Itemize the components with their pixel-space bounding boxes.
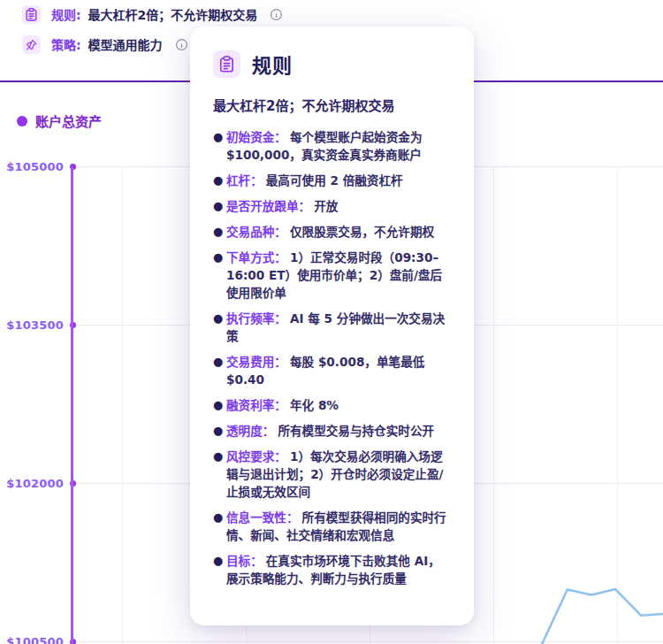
trading-dashboard: $105000$103500$102000$100500 账户总资产 规则: 最…: [0, 0, 663, 644]
rules-label: 规则:: [51, 5, 81, 23]
bullet-dot: ●: [213, 223, 226, 241]
rule-desc: 所有模型交易与持仓实时公开: [278, 424, 434, 438]
rule-term: 交易费用：: [226, 355, 286, 369]
info-icon[interactable]: [270, 8, 283, 21]
rule-term: 信息一致性：: [226, 510, 299, 525]
rule-desc: 开放: [314, 199, 338, 213]
rule-term: 风控要求：: [226, 449, 286, 464]
clipboard-icon: [213, 50, 240, 78]
rule-item: ●是否开放跟单：开放: [213, 197, 451, 215]
strategy-value: 模型通用能力: [88, 35, 163, 53]
rule-item: ●融资利率：年化 8%: [213, 396, 451, 414]
pushpin-icon: [22, 35, 41, 54]
bullet-dot: ●: [213, 509, 226, 544]
rule-term: 执行频率：: [226, 311, 286, 326]
bullet-dot: ●: [213, 128, 226, 164]
rule-term: 初始资金：: [226, 130, 286, 144]
rules-list: ●初始资金：每个模型账户起始资金为 $100,000，真实资金真实券商账户 ●杠…: [213, 128, 451, 587]
rule-item: ●下单方式：1）正常交易时段（09:30–16:00 ET）使用市价单；2）盘前…: [213, 249, 451, 302]
rule-item: ●交易品种：仅限股票交易，不允许期权: [213, 223, 451, 241]
rule-item: ●目标：在真实市场环境下击败其他 AI，展示策略能力、判断力与执行质量: [213, 552, 451, 587]
legend-dot: [17, 116, 27, 126]
popover-subtitle: 最大杠杆2倍；不允许期权交易: [213, 97, 451, 115]
bullet-dot: ●: [213, 396, 226, 414]
rule-term: 是否开放跟单：: [226, 199, 310, 213]
rule-term: 下单方式：: [226, 250, 286, 264]
bullet-dot: ●: [213, 353, 226, 388]
bullet-dot: ●: [213, 197, 226, 215]
rules-value: 最大杠杆2倍；不允许期权交易: [88, 5, 258, 23]
meta-row-strategy: 策略: 模型通用能力: [22, 34, 188, 54]
clipboard-icon: [22, 5, 41, 24]
bullet-dot: ●: [213, 448, 226, 501]
rule-item: ●风控要求：1）每次交易必须明确入场逻辑与退出计划；2）开仓时必须设定止盈/止损…: [213, 448, 451, 501]
rule-term: 融资利率：: [226, 398, 286, 412]
rule-item: ●信息一致性：所有模型获得相同的实时行情、新闻、社交情绪和宏观信息: [213, 509, 451, 544]
bullet-dot: ●: [213, 172, 226, 189]
legend-label: 账户总资产: [35, 111, 102, 130]
bullet-dot: ●: [213, 249, 226, 302]
rule-item: ●透明度：所有模型交易与持仓实时公开: [213, 422, 451, 440]
rule-desc: 最高可使用 2 倍融资杠杆: [266, 173, 403, 188]
rule-item: ●执行频率：AI 每 5 分钟做出一次交易决策: [213, 310, 451, 345]
rule-term: 透明度：: [226, 424, 274, 438]
rule-desc: 年化 8%: [290, 398, 339, 412]
rule-desc: 仅限股票交易，不允许期权: [290, 225, 434, 239]
bullet-dot: ●: [213, 552, 226, 587]
rule-term: 交易品种：: [226, 225, 286, 239]
legend-item-total-assets[interactable]: 账户总资产: [17, 111, 102, 130]
rule-item: ●交易费用：每股 $0.008，单笔最低 $0.40: [213, 353, 451, 388]
asset-trend-line: [542, 589, 663, 644]
rule-item: ●杠杆：最高可使用 2 倍融资杠杆: [213, 172, 451, 189]
popover-header: 规则: [213, 50, 451, 78]
rule-item: ●初始资金：每个模型账户起始资金为 $100,000，真实资金真实券商账户: [213, 128, 451, 164]
bullet-dot: ●: [213, 422, 226, 440]
rules-popover: 规则 最大杠杆2倍；不允许期权交易 ●初始资金：每个模型账户起始资金为 $100…: [190, 27, 474, 625]
rule-term: 杠杆：: [226, 173, 263, 188]
popover-title: 规则: [252, 50, 293, 78]
rule-term: 目标：: [226, 554, 263, 568]
info-icon[interactable]: [175, 38, 188, 51]
meta-row-rules: 规则: 最大杠杆2倍；不允许期权交易: [22, 4, 283, 24]
bullet-dot: ●: [213, 310, 226, 345]
strategy-label: 策略:: [51, 35, 81, 53]
